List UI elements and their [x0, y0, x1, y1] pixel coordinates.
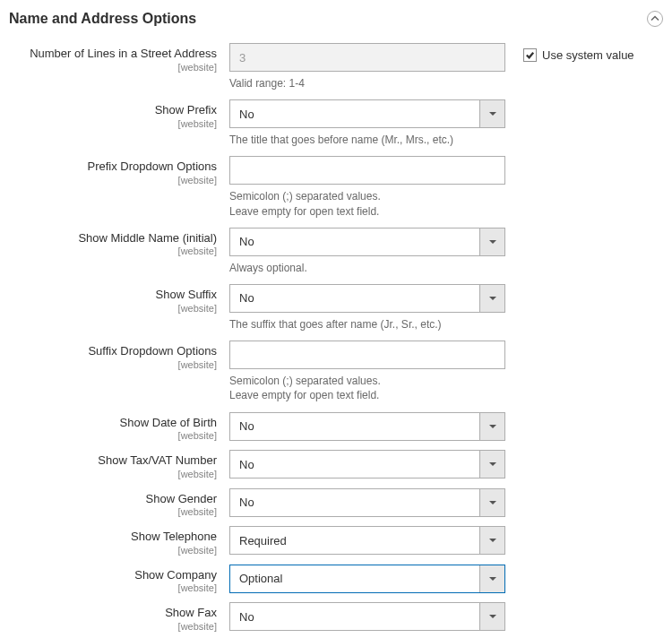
show-prefix-select[interactable]: No — [229, 99, 505, 128]
chevron-down-icon — [479, 413, 504, 440]
chevron-down-icon — [479, 451, 504, 478]
after-col: Use system value — [505, 43, 634, 91]
label-col: Show Company [website] — [9, 565, 229, 594]
label-col: Show Suffix [website] — [9, 284, 229, 332]
field-comment: The title that goes before name (Mr., Mr… — [229, 133, 505, 147]
field-label: Show Gender — [146, 492, 218, 505]
collapse-toggle[interactable] — [647, 11, 663, 27]
scope-label: [website] — [9, 545, 217, 556]
row-show-fax: Show Fax [website] No — [9, 602, 663, 632]
field-label: Show Company — [134, 568, 217, 582]
row-prefix-options: Prefix Dropdown Options [website] Semico… — [9, 156, 663, 218]
field-label: Prefix Dropdown Options — [87, 160, 217, 173]
field-label: Suffix Dropdown Options — [88, 344, 217, 358]
field-comment: Semicolon (;) separated values. Leave em… — [229, 374, 505, 402]
show-dob-select[interactable]: No — [229, 412, 505, 441]
field-col: Semicolon (;) separated values. Leave em… — [229, 341, 505, 402]
row-show-vat: Show Tax/VAT Number [website] No — [9, 450, 663, 479]
field-col: No Always optional. — [229, 228, 505, 275]
field-col: No — [229, 488, 505, 518]
field-col: No The title that goes before name (Mr.,… — [229, 99, 505, 147]
row-show-gender: Show Gender [website] No — [9, 488, 663, 518]
scope-label: [website] — [9, 118, 217, 129]
fields-container: Number of Lines in a Street Address [web… — [9, 38, 663, 632]
select-value: Required — [239, 534, 287, 547]
select-value: No — [239, 108, 254, 121]
field-label: Show Suffix — [156, 288, 217, 301]
chevron-down-icon — [479, 527, 504, 554]
chevron-down-icon — [479, 100, 504, 127]
scope-label: [website] — [9, 430, 217, 441]
label-col: Show Fax [website] — [9, 602, 229, 632]
label-col: Show Prefix [website] — [9, 99, 229, 147]
scope-label: [website] — [9, 175, 217, 185]
scope-label: [website] — [9, 303, 217, 314]
chevron-down-icon — [479, 565, 504, 592]
scope-label: [website] — [9, 469, 217, 479]
row-show-suffix: Show Suffix [website] No The suffix that… — [9, 284, 663, 332]
row-show-middle: Show Middle Name (initial) [website] No … — [9, 228, 663, 275]
field-col: Optional — [229, 565, 505, 594]
chevron-down-icon — [479, 603, 504, 630]
field-col: No — [229, 450, 505, 479]
row-show-company: Show Company [website] Optional — [9, 565, 663, 594]
field-label: Show Fax — [165, 606, 217, 619]
row-show-prefix: Show Prefix [website] No The title that … — [9, 99, 663, 147]
select-value: No — [239, 496, 254, 509]
scope-label: [website] — [9, 506, 217, 517]
field-comment: Semicolon (;) separated values. Leave em… — [229, 189, 505, 218]
scope-label: [website] — [9, 359, 217, 370]
label-col: Show Gender [website] — [9, 488, 229, 518]
show-company-select[interactable]: Optional — [229, 565, 505, 593]
show-gender-select[interactable]: No — [229, 488, 505, 517]
chevron-down-icon — [479, 228, 504, 255]
checkbox-icon — [523, 48, 537, 62]
show-suffix-select[interactable]: No — [229, 284, 505, 313]
field-comment: The suffix that goes after name (Jr., Sr… — [229, 317, 505, 332]
field-col: No The suffix that goes after name (Jr.,… — [229, 284, 505, 332]
label-col: Prefix Dropdown Options [website] — [9, 156, 229, 218]
checkbox-label: Use system value — [542, 48, 634, 62]
row-street-lines: Number of Lines in a Street Address [web… — [9, 43, 663, 91]
field-comment: Always optional. — [229, 261, 505, 275]
scope-label: [website] — [9, 621, 217, 632]
field-label: Show Middle Name (initial) — [78, 231, 217, 245]
field-comment: Valid range: 1-4 — [229, 76, 505, 91]
scope-label: [website] — [9, 246, 217, 256]
field-label: Number of Lines in a Street Address — [30, 47, 217, 60]
show-fax-select[interactable]: No — [229, 602, 505, 631]
suffix-options-input[interactable] — [229, 341, 505, 369]
field-col: No — [229, 602, 505, 632]
label-col: Number of Lines in a Street Address [web… — [9, 43, 229, 91]
select-value: Optional — [239, 572, 282, 585]
label-col: Show Telephone [website] — [9, 526, 229, 556]
label-col: Suffix Dropdown Options [website] — [9, 341, 229, 402]
show-telephone-select[interactable]: Required — [229, 526, 505, 555]
chevron-down-icon — [479, 285, 504, 312]
select-value: No — [239, 291, 254, 305]
show-middle-select[interactable]: No — [229, 228, 505, 256]
label-col: Show Middle Name (initial) [website] — [9, 228, 229, 275]
chevron-down-icon — [479, 489, 504, 516]
use-system-value-checkbox[interactable]: Use system value — [523, 48, 634, 62]
row-suffix-options: Suffix Dropdown Options [website] Semico… — [9, 341, 663, 402]
field-label: Show Telephone — [131, 530, 217, 543]
prefix-options-input[interactable] — [229, 156, 505, 185]
section-header: Name and Address Options — [9, 7, 663, 38]
show-vat-select[interactable]: No — [229, 450, 505, 478]
row-show-telephone: Show Telephone [website] Required — [9, 526, 663, 556]
field-label: Show Date of Birth — [120, 416, 217, 429]
select-value: No — [239, 458, 254, 471]
scope-label: [website] — [9, 62, 217, 73]
label-col: Show Tax/VAT Number [website] — [9, 450, 229, 479]
row-show-dob: Show Date of Birth [website] No — [9, 412, 663, 442]
section-title: Name and Address Options — [9, 11, 196, 27]
field-label: Show Tax/VAT Number — [98, 453, 217, 467]
select-value: No — [239, 419, 254, 433]
field-col: Valid range: 1-4 — [229, 43, 505, 91]
street-lines-input — [229, 43, 505, 72]
field-col: No — [229, 412, 505, 442]
field-col: Semicolon (;) separated values. Leave em… — [229, 156, 505, 218]
select-value: No — [239, 610, 254, 624]
scope-label: [website] — [9, 582, 217, 593]
